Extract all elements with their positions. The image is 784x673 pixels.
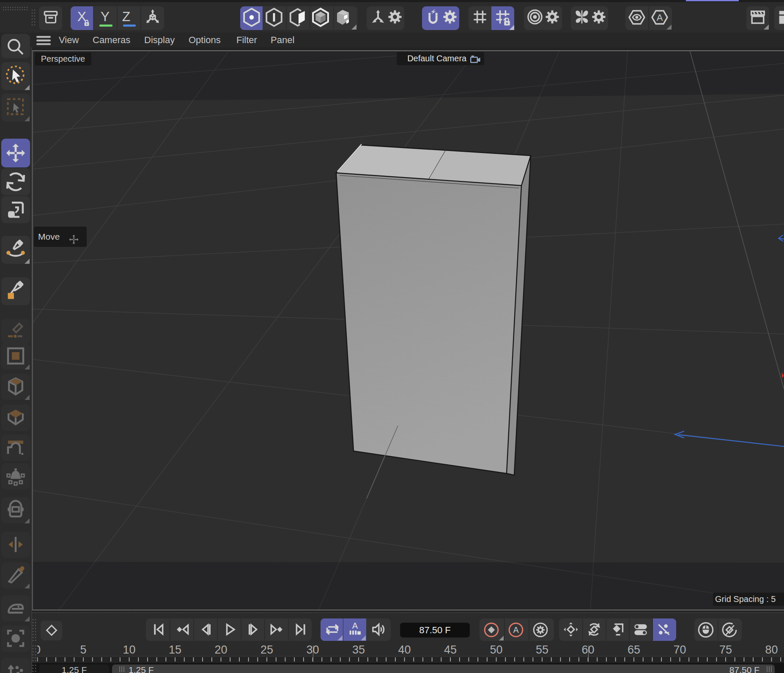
svg-text:A: A xyxy=(657,12,663,23)
svg-text:A: A xyxy=(513,625,519,635)
svg-text:A: A xyxy=(352,621,358,630)
